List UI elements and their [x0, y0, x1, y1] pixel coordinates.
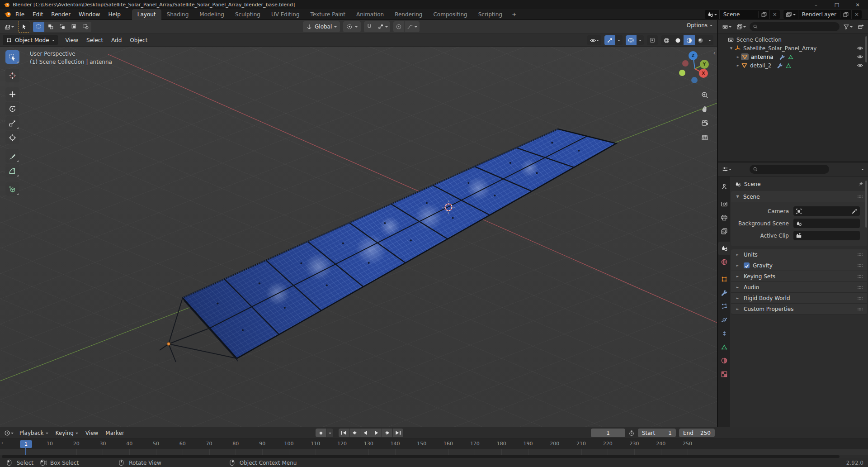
select-mode-extend-button[interactable] [45, 22, 56, 32]
properties-tab-view-layer[interactable] [718, 224, 730, 238]
blender-menu-logo-icon[interactable] [4, 10, 11, 18]
3d-viewport[interactable]: User Perspective (1) Scene Collection | … [0, 47, 717, 427]
active-tool-indicator[interactable] [18, 21, 30, 33]
new-scene-button[interactable] [759, 10, 770, 19]
tool-scale-button[interactable] [5, 116, 19, 130]
panel-grip-icon[interactable] [857, 285, 863, 290]
proportional-falloff-dropdown[interactable] [404, 21, 420, 32]
tool-measure-button[interactable] [5, 164, 19, 177]
select-mode-subtract-button[interactable] [57, 22, 68, 32]
properties-tab-particles[interactable] [718, 300, 730, 313]
editor-type-button[interactable] [3, 21, 15, 32]
properties-tab-output[interactable] [718, 211, 730, 224]
axis-neg-x-ball[interactable] [682, 60, 689, 67]
maximize-button[interactable]: □ [826, 0, 847, 9]
tool-transform-button[interactable] [5, 131, 19, 144]
transport-play-reverse-button[interactable] [360, 429, 371, 437]
properties-search-input[interactable] [750, 165, 829, 174]
eyedropper-icon[interactable] [851, 208, 858, 214]
camera-input[interactable] [793, 206, 860, 216]
pivot-point-dropdown[interactable] [343, 21, 361, 32]
tool-rotate-button[interactable] [5, 102, 19, 115]
start-frame-field[interactable]: Start 1 [638, 429, 676, 437]
outliner-editor-type-button[interactable] [721, 21, 733, 32]
axis-neg-y-ball[interactable] [679, 70, 685, 76]
workspace-tab-layout[interactable]: Layout [132, 9, 161, 20]
properties-scrollbar[interactable] [865, 181, 867, 228]
toggle-ortho-button[interactable] [699, 132, 710, 143]
outliner-item-satellite-solar-panel-array[interactable]: ▼Satellite_Solar_Panel_Array [718, 44, 868, 52]
object-visibility-dropdown[interactable] [587, 35, 601, 45]
hide-in-viewport-eye-icon[interactable] [857, 53, 865, 60]
pin-icon[interactable] [858, 181, 863, 187]
properties-options-button[interactable] [860, 164, 865, 175]
timeline-menu-playback[interactable]: Playback [16, 429, 52, 438]
gizmo-dropdown[interactable] [615, 35, 623, 45]
menu-window[interactable]: Window [75, 10, 104, 19]
scene-browse-button[interactable] [705, 10, 720, 19]
axis-neg-z-ball[interactable] [691, 77, 698, 83]
scene-name[interactable]: Scene [720, 11, 759, 18]
navigation-gizmo[interactable]: ZYX [675, 49, 713, 86]
timeline-ruler[interactable]: 1 10203040506070809010011012013014015016… [0, 438, 868, 449]
properties-tab-modifiers[interactable] [718, 286, 730, 300]
panel-grip-icon[interactable] [857, 253, 863, 257]
remove-render-layer-button[interactable]: × [852, 11, 862, 18]
tool-select-box-button[interactable] [5, 50, 19, 64]
workspace-tab-shading[interactable]: Shading [161, 9, 194, 20]
orientation-dropdown[interactable]: Global [303, 21, 340, 32]
workspace-tab-uv-editing[interactable]: UV Editing [266, 9, 305, 20]
shading-rendered-button[interactable] [695, 35, 706, 45]
workspace-tab-scripting[interactable]: Scripting [473, 9, 508, 20]
shading-solid-button[interactable] [672, 35, 684, 45]
axis-x-ball[interactable]: X [699, 69, 708, 78]
auto-keying-dropdown[interactable] [327, 429, 333, 437]
transport-next-keyframe-button[interactable] [382, 429, 392, 437]
panel-grip-icon[interactable] [857, 307, 863, 311]
timeline-menu-keying[interactable]: Keying [52, 429, 82, 438]
workspace-tab-rendering[interactable]: Rendering [389, 9, 428, 20]
expander-icon[interactable]: ► [735, 64, 741, 67]
unlink-scene-button[interactable]: × [770, 11, 780, 18]
outliner-item-antenna[interactable]: ►antenna [718, 52, 868, 61]
hide-in-viewport-eye-icon[interactable] [857, 62, 865, 69]
sidebar-collapse-arrow[interactable]: ‹ [713, 49, 716, 57]
render-layer-browse-button[interactable] [783, 10, 798, 19]
gizmo-toggle-button[interactable] [604, 35, 615, 45]
workspace-tab-compositing[interactable]: Compositing [428, 9, 472, 20]
properties-tab-world[interactable] [718, 255, 730, 269]
viewport-menu-view[interactable]: View [61, 35, 82, 45]
viewport-menu-add[interactable]: Add [107, 35, 126, 45]
select-mode-invert-button[interactable] [68, 22, 80, 32]
menu-render[interactable]: Render [47, 10, 75, 19]
current-frame-field[interactable]: 1 [591, 429, 625, 437]
menu-edit[interactable]: Edit [28, 10, 47, 19]
axis-y-ball[interactable]: Y [700, 60, 709, 69]
properties-tab-object[interactable] [718, 272, 730, 286]
new-render-layer-button[interactable] [840, 10, 852, 19]
mode-dropdown[interactable]: Object Mode [3, 35, 58, 45]
properties-tab-tool[interactable] [718, 180, 730, 194]
tool-move-button[interactable] [5, 87, 19, 101]
timeline-track-area[interactable] [0, 449, 868, 455]
scene-selector[interactable]: Scene × [705, 10, 780, 19]
panel-rigid-body-world[interactable]: ►Rigid Body World [731, 293, 867, 304]
panel-grip-icon[interactable] [857, 263, 863, 268]
timeline-expand-arrow[interactable]: › [1, 440, 3, 446]
viewport-menu-object[interactable]: Object [126, 35, 151, 45]
select-mode-intersect-button[interactable] [80, 22, 91, 32]
options-dropdown[interactable]: Options [687, 22, 712, 29]
snap-target-dropdown[interactable] [375, 21, 390, 32]
panel-gravity[interactable]: ►Gravity [731, 260, 867, 271]
shading-wireframe-button[interactable] [661, 35, 672, 45]
properties-tab-constraints[interactable] [718, 327, 730, 340]
scene-panel-header[interactable]: ▼ Scene [731, 191, 867, 202]
end-frame-field[interactable]: End 250 [679, 429, 715, 437]
close-button[interactable]: × [847, 0, 868, 9]
axis-z-ball[interactable]: Z [689, 51, 698, 60]
transport-play-button[interactable] [371, 429, 382, 437]
panel-keying-sets[interactable]: ►Keying Sets [731, 271, 867, 282]
tool-cursor-button[interactable] [5, 69, 19, 82]
tool-add-cube-button[interactable] [5, 182, 19, 196]
properties-tab-render[interactable] [718, 197, 730, 211]
